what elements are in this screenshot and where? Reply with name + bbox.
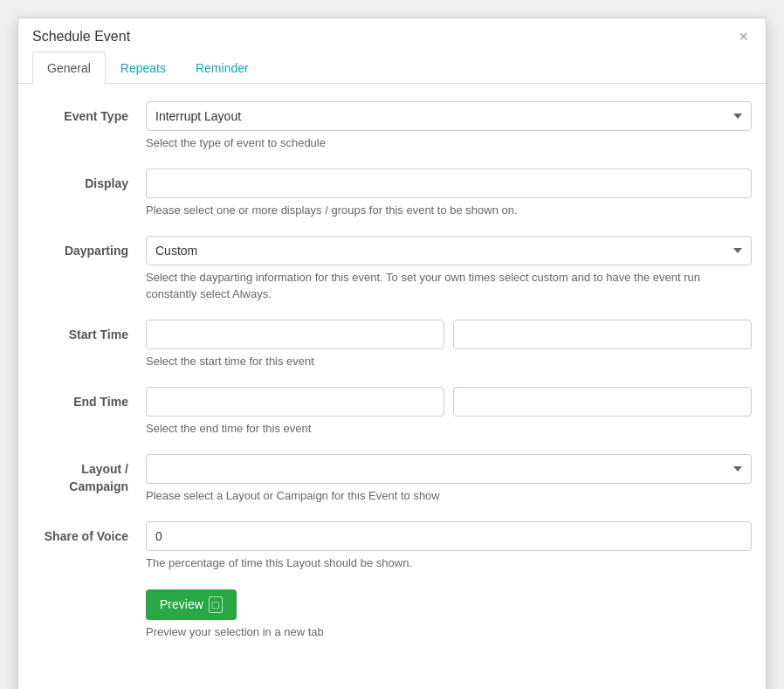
dayparting-help: Select the dayparting information for th… [146,270,752,301]
start-time-control-wrap: Select the start time for this event [146,320,752,369]
preview-button-label: Preview [160,597,203,611]
start-time-row [146,320,752,349]
preview-icon: □ [209,596,223,613]
end-date-input[interactable] [146,387,444,417]
layout-campaign-control-wrap: Please select a Layout or Campaign for t… [146,454,752,504]
modal-header: Schedule Event × [18,18,766,52]
preview-button[interactable]: Preview □ [146,589,237,620]
end-time-label: End Time [32,387,146,411]
event-type-help: Select the type of event to schedule [146,135,752,151]
tab-reminder[interactable]: Reminder [181,52,264,84]
share-of-voice-control-wrap: The percentage of time this Layout shoul… [146,521,752,571]
tab-repeats[interactable]: Repeats [106,52,181,84]
dayparting-label: Dayparting [32,236,146,260]
dayparting-group: Dayparting Custom Always Select the dayp… [32,236,752,301]
share-of-voice-label: Share of Voice [32,521,146,546]
preview-label-spacer [32,589,146,596]
share-of-voice-input[interactable] [146,521,752,551]
event-type-select[interactable]: Interrupt Layout Campaign Layout [146,101,752,131]
schedule-event-modal: Schedule Event × General Repeats Reminde… [17,17,767,689]
layout-campaign-group: Layout / Campaign Please select a Layout… [32,454,752,504]
layout-campaign-help: Please select a Layout or Campaign for t… [146,488,752,504]
end-time-row [146,387,752,417]
preview-help: Preview your selection in a new tab [146,624,752,640]
event-type-group: Event Type Interrupt Layout Campaign Lay… [32,101,752,151]
display-input[interactable] [146,169,752,198]
dayparting-control-wrap: Custom Always Select the dayparting info… [146,236,752,301]
preview-group: Preview □ Preview your selection in a ne… [32,589,752,640]
start-time-label: Start Time [32,320,146,344]
end-time-group: End Time Select the end time for this ev… [32,387,752,437]
share-of-voice-help: The percentage of time this Layout shoul… [146,555,752,571]
event-type-control-wrap: Interrupt Layout Campaign Layout Select … [146,101,752,151]
event-type-label: Event Type [32,101,146,126]
end-time-control-wrap: Select the end time for this event [146,387,752,437]
tab-bar: General Repeats Reminder [18,52,766,84]
start-time-group: Start Time Select the start time for thi… [32,320,752,369]
start-time-help: Select the start time for this event [146,354,752,369]
display-label: Display [32,169,146,193]
layout-campaign-label: Layout / Campaign [32,454,146,495]
display-group: Display Please select one or more displa… [32,169,752,218]
end-time-help: Select the end time for this event [146,421,752,437]
modal-title: Schedule Event [32,29,130,45]
dayparting-select[interactable]: Custom Always [146,236,752,265]
start-date-input[interactable] [146,320,444,349]
tab-general[interactable]: General [32,52,106,84]
start-time-input[interactable] [453,320,752,349]
close-button[interactable]: × [735,29,752,45]
display-control-wrap: Please select one or more displays / gro… [146,169,752,218]
modal-body: Event Type Interrupt Layout Campaign Lay… [18,84,766,675]
preview-control-wrap: Preview □ Preview your selection in a ne… [146,589,752,640]
layout-campaign-select[interactable] [146,454,752,484]
display-help: Please select one or more displays / gro… [146,203,752,218]
share-of-voice-group: Share of Voice The percentage of time th… [32,521,752,571]
end-time-input[interactable] [453,387,752,417]
